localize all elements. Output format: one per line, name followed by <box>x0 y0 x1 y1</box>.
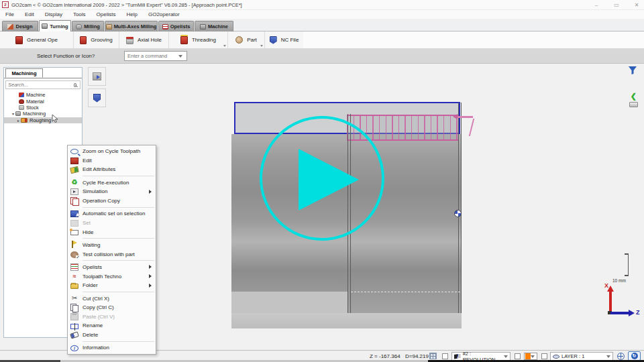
help-button[interactable]: ↻ <box>628 351 641 361</box>
general-ope-button[interactable]: General Ope <box>0 32 74 48</box>
menu-item-toolpath-techno[interactable]: ≈ Toolpath Techno <box>68 272 156 281</box>
menu-edit[interactable]: Edit <box>19 11 40 17</box>
part-icon <box>235 36 243 44</box>
folder-icon <box>70 284 78 289</box>
simulation-quick-button[interactable] <box>88 67 106 86</box>
menu-item-copy[interactable]: Copy (Ctrl C) <box>68 303 156 312</box>
menu-item-folder[interactable]: Folder <box>68 281 156 290</box>
menu-separator <box>83 260 154 261</box>
menu-item-cycle-re-execution[interactable]: ♻ Cycle Re-execution <box>68 178 156 188</box>
tree-search-box[interactable] <box>5 80 80 89</box>
general-ope-icon <box>15 36 23 44</box>
submenu-arrow-icon <box>149 284 152 288</box>
plane-icon <box>454 354 461 359</box>
grooving-button[interactable]: Grooving <box>74 32 119 48</box>
material-node-icon <box>19 99 24 104</box>
menu-tools[interactable]: Tools <box>68 11 91 17</box>
menu-help[interactable]: Help <box>121 11 143 17</box>
command-prompt-label: Select Function or Icon? <box>37 53 95 59</box>
green-chevron-icon[interactable]: ❮ <box>631 92 637 101</box>
chevron-down-icon <box>504 355 508 358</box>
menu-separator <box>83 238 154 239</box>
menu-separator <box>83 176 154 176</box>
tab-design[interactable]: Design <box>2 21 38 32</box>
viewport-3d[interactable]: Machining Machine Material Stock ▾ Machi… <box>0 64 644 350</box>
menu-separator <box>83 292 154 292</box>
tab-opelists[interactable]: Opelists <box>158 21 194 32</box>
menu-item-opelists[interactable]: Opelists <box>68 263 156 272</box>
grid-toggle-icon[interactable] <box>429 353 437 359</box>
menu-bar: File Edit Display Tools Opelists Help GO… <box>0 10 644 19</box>
chevron-down-icon[interactable] <box>178 55 182 58</box>
information-icon: i <box>70 345 78 351</box>
close-button[interactable]: ✕ <box>632 2 641 8</box>
nc-file-button[interactable]: NC File <box>265 32 303 48</box>
menu-file[interactable]: File <box>0 11 19 17</box>
layer-checkbox[interactable] <box>541 353 547 359</box>
command-input[interactable] <box>125 53 177 59</box>
filter-funnel-icon[interactable] <box>628 66 637 75</box>
stock-node-icon <box>19 105 24 110</box>
menu-item-delete[interactable]: Delete <box>68 330 156 340</box>
part-dropdown-arrow-icon[interactable] <box>260 45 263 47</box>
menu-item-rename[interactable]: Rename <box>68 321 156 330</box>
menu-item-information[interactable]: i Information <box>68 343 156 353</box>
diameter-readout: D=94.219 <box>405 353 429 359</box>
menu-item-hide[interactable]: Hide <box>68 227 156 237</box>
menu-item-cut[interactable]: ✂ Cut (Ctrl X) <box>68 294 156 303</box>
tab-machine[interactable]: Machine <box>195 21 233 32</box>
menu-display[interactable]: Display <box>40 11 68 17</box>
menu-item-test-collision[interactable]: Test collision with part <box>68 249 156 259</box>
video-play-icon[interactable] <box>299 149 359 210</box>
maximize-button[interactable]: ▭ <box>612 2 621 8</box>
roughing-node-icon <box>21 118 28 123</box>
axis-z-label: Z <box>636 309 640 316</box>
menu-item-edit-attributes[interactable]: Edit Attributes <box>68 165 156 174</box>
app-logo-icon: 2 <box>2 1 9 8</box>
tab-milling[interactable]: Milling <box>72 21 104 32</box>
tree-item-roughing[interactable]: ▸ Roughing <box>4 117 82 123</box>
command-combobox[interactable] <box>124 51 187 61</box>
axial-hole-button[interactable]: Axial Hole <box>119 32 169 48</box>
recycle-icon: ♻ <box>70 178 78 186</box>
menu-item-edit[interactable]: Edit <box>68 156 156 166</box>
reference-point-marker[interactable] <box>454 210 462 217</box>
menu-item-waiting[interactable]: Waiting <box>68 241 156 250</box>
nc-file-icon <box>270 36 277 44</box>
part-button[interactable]: Part <box>228 32 265 48</box>
machining-tree: Machine Material Stock ▾ Machining ▸ Rou… <box>4 92 82 123</box>
submenu-arrow-icon <box>149 190 152 194</box>
menu-item-simulation[interactable]: Simulation <box>68 187 156 196</box>
color-swatch-dropdown[interactable] <box>524 353 537 360</box>
window-title: GO2cam < © GO2cam International 2009 - 2… <box>11 2 242 8</box>
threading-button[interactable]: Threading <box>169 32 228 48</box>
paste-icon <box>70 313 78 320</box>
expander-closed-icon[interactable]: ▸ <box>16 118 21 123</box>
menu-item-zoom-on-cycle-toolpath[interactable]: Zoom on Cycle Toolpath <box>68 147 156 156</box>
tree-item-material[interactable]: Material <box>4 98 82 104</box>
tab-machining-panel[interactable]: Machining <box>5 68 43 78</box>
simulation-icon <box>93 72 101 80</box>
globe-icon[interactable] <box>617 353 625 360</box>
expander-open-icon[interactable]: ▾ <box>11 111 15 116</box>
plane-checkbox[interactable] <box>442 353 448 359</box>
tab-multi-axes-milling[interactable]: Multi-Axes Milling <box>105 21 158 32</box>
menu-opelists[interactable]: Opelists <box>91 11 121 17</box>
tab-turning[interactable]: Turning <box>39 20 71 32</box>
ribbon-tab-strip: Design Turning Milling Multi-Axes Millin… <box>0 19 644 32</box>
menu-item-automatic-set[interactable]: Automatic set on selection <box>68 209 156 219</box>
nc-quick-button[interactable] <box>88 88 106 107</box>
submenu-arrow-icon <box>149 265 152 269</box>
tree-search-input[interactable] <box>6 82 74 88</box>
threading-dropdown-arrow-icon[interactable] <box>223 45 226 47</box>
menu-item-operation-copy[interactable]: Operation Copy <box>68 196 156 206</box>
tree-item-machine[interactable]: Machine <box>4 92 82 98</box>
card-icon[interactable] <box>629 102 638 107</box>
tree-item-machining[interactable]: ▾ Machining <box>4 111 82 117</box>
ribbon-button-row: General Ope Grooving Axial Hole Threadin… <box>0 32 644 49</box>
minimize-button[interactable]: – <box>592 2 601 8</box>
color-checkbox[interactable] <box>515 353 521 359</box>
menu-go2operator[interactable]: GO2operator <box>143 11 185 17</box>
tree-item-stock[interactable]: Stock <box>4 105 82 111</box>
part-base-strip <box>231 313 462 328</box>
